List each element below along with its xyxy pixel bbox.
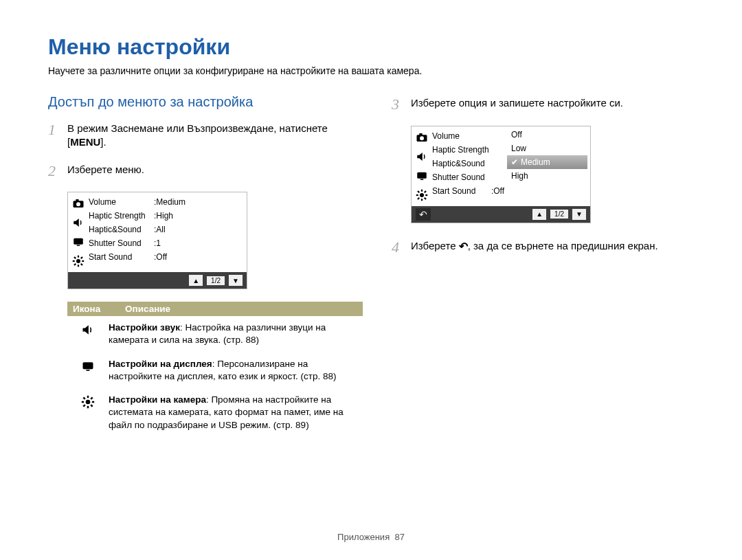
table-head-desc: Описание [120,302,363,316]
sound-settings-icon [415,150,429,164]
cam-row-label: Start Sound [89,252,154,262]
page-title: Меню настройки [48,34,694,60]
camera-menu-screenshot-2: Volume Haptic Strength Haptic&Sound Shut… [411,126,591,223]
footer-label: Приложения [337,532,390,542]
cam-row: Shutter Sound:1 [89,236,243,250]
svg-line-23 [83,405,85,407]
table-header: Икона Описание [67,302,363,316]
row-bold: Настройки звук [109,322,180,333]
camera-gear-icon [71,254,85,268]
step-number: 4 [392,237,411,258]
option-label: Low [511,144,526,153]
step-number: 1 [48,120,67,140]
step1-text-b: ]. [100,136,106,148]
svg-point-16 [86,400,91,405]
cam-row: Haptic Strength [432,143,504,157]
step-4: 4 Изберете ↶, за да се върнете на предиш… [392,237,694,258]
step4-text-b: , за да се върнете на предишния екран. [468,240,658,251]
svg-line-35 [418,191,419,192]
row-icon-cell [67,358,109,383]
svg-line-11 [81,264,82,265]
down-icon[interactable]: ▼ [572,209,586,220]
svg-line-21 [83,397,85,399]
cam-sidebar-icons [68,192,89,272]
svg-line-22 [91,405,93,407]
option-label: High [511,171,528,181]
step-text: Изберете опция и запишете настройките си… [411,94,623,110]
option-high[interactable]: High [507,169,587,183]
svg-rect-29 [420,179,424,180]
svg-line-36 [425,197,426,199]
display-settings-icon [81,359,95,377]
cam-row-label: Haptic&Sound [89,225,154,234]
table-row: Настройки звук: Настройка на различни зв… [67,316,363,352]
option-label: Off [511,130,522,139]
row-desc-cell: Настройки звук: Настройка на различни зв… [109,322,363,346]
svg-line-12 [74,264,76,265]
option-medium[interactable]: ✔Medium [507,155,587,169]
camera-icon [415,131,429,144]
row-icon-cell [67,322,109,346]
svg-point-1 [76,202,80,206]
step-number: 2 [48,161,67,181]
row-desc-cell: Настройки на дисплея: Персонализиране на… [109,358,363,383]
cam-row: Haptic Strength:High [89,209,243,223]
up-icon[interactable]: ▲ [532,209,546,220]
cam-list: Volume Haptic Strength Haptic&Sound Shut… [432,126,590,206]
display-settings-icon [415,169,429,183]
camera-gear-icon [81,395,95,412]
left-column: Достъп до менюто за настройка 1 В режим … [48,94,350,437]
cam-options-list: Off Low ✔Medium High [504,126,590,206]
svg-point-5 [76,259,80,263]
table-row: Настройки на дисплея: Персонализиране на… [67,352,363,388]
cam-row-label: Shutter Sound [89,238,154,248]
cam-row-label: Haptic Strength [89,211,154,221]
row-desc-cell: Настройки на камера: Промяна на настройк… [109,394,363,432]
cam-row-value: :All [154,225,243,234]
cam-row-label: Shutter Sound [432,172,497,182]
svg-line-37 [418,197,419,199]
check-icon: ✔ [511,157,518,167]
cam-row-value: :Medium [154,197,243,207]
cam-row-label: Start Sound [432,186,491,196]
step4-text-a: Изберете [411,240,459,251]
cam-row: Shutter Sound [432,170,504,184]
cam-row: Haptic&Sound [432,157,504,170]
svg-rect-2 [76,199,79,201]
svg-line-24 [91,397,93,399]
cam-row-value: :1 [154,238,243,248]
cam-row: Volume:Medium [89,195,243,209]
step-text: Изберете меню. [67,161,144,177]
menu-key-label: MENU [70,136,100,148]
sound-settings-icon [71,216,85,229]
cam-row: Start Sound:Off [89,250,243,264]
cam-body: Volume:Medium Haptic Strength:High Hapti… [68,192,247,272]
up-icon[interactable]: ▲ [189,275,203,286]
cam-row-label: Volume [89,197,154,207]
display-settings-icon [71,235,85,249]
footer-page-number: 87 [394,532,404,542]
cam-row-value: :Off [154,252,243,262]
down-icon[interactable]: ▼ [229,275,243,286]
step-3: 3 Изберете опция и запишете настройките … [392,94,694,115]
back-icon[interactable]: ↶ [416,208,431,221]
cam-row-label: Haptic&Sound [432,159,497,168]
option-low[interactable]: Low [507,142,587,155]
page-intro: Научете за различните опции за конфигури… [48,65,694,76]
svg-rect-3 [74,238,83,245]
cam-row-value: :Off [491,186,504,196]
row-icon-cell [67,394,109,432]
svg-point-30 [420,193,424,197]
cam-row: Haptic&Sound:All [89,223,243,236]
option-off[interactable]: Off [507,128,587,142]
cam-row: Start Sound:Off [432,184,504,198]
content-columns: Достъп до менюто за настройка 1 В режим … [48,94,694,437]
cam-row-label: Haptic Strength [432,145,497,155]
svg-rect-27 [419,133,423,135]
cam-footer: ↶ ▲ 1/2 ▼ [412,206,590,223]
svg-line-13 [81,257,82,258]
back-icon: ↶ [459,239,468,254]
table-head-icon: Икона [67,302,120,316]
cam-body: Volume Haptic Strength Haptic&Sound Shut… [412,126,590,206]
cam-page-indicator: 1/2 [207,276,225,285]
